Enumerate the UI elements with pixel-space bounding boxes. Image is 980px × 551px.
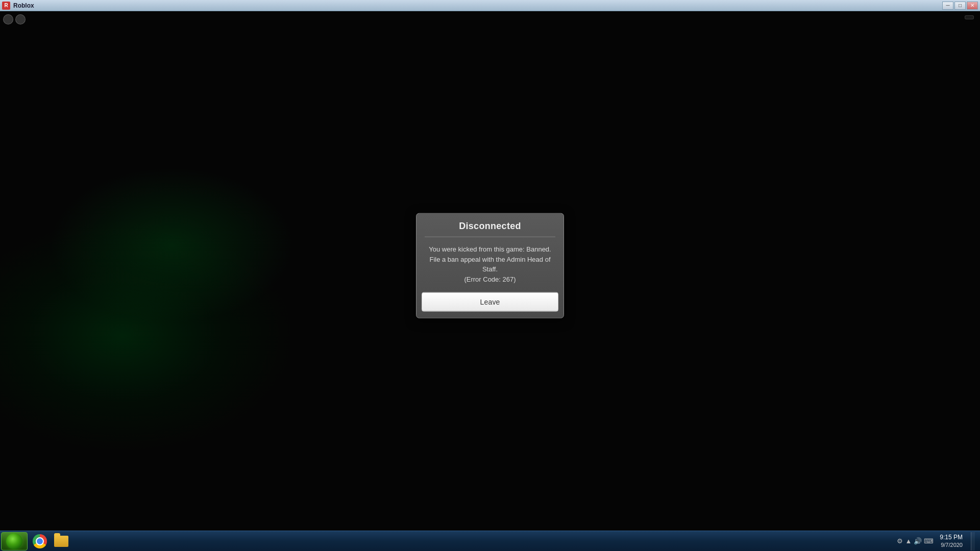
- maximize-button[interactable]: □: [954, 2, 966, 10]
- app-icon: R: [2, 2, 10, 10]
- game-hud-icons: [3, 14, 26, 24]
- taskbar: ⚙ ▲ 🔊 ⌨ 9:15 PM 9/7/2020: [0, 531, 980, 551]
- start-button[interactable]: [1, 532, 28, 550]
- taskbar-right: ⚙ ▲ 🔊 ⌨ 9:15 PM 9/7/2020: [897, 532, 979, 550]
- folder-icon: [54, 536, 68, 547]
- dialog-header: Disconnected: [416, 214, 564, 237]
- taskbar-app-folder[interactable]: [51, 532, 71, 550]
- dialog-footer: Leave: [416, 292, 564, 318]
- show-desktop-button[interactable]: [971, 532, 975, 550]
- chrome-icon: [33, 534, 47, 548]
- minimize-button[interactable]: ─: [942, 2, 953, 10]
- action-center-icon[interactable]: ⚙: [897, 537, 903, 545]
- titlebar-left: R Roblox: [2, 2, 34, 10]
- disconnected-dialog: Disconnected You were kicked from this g…: [416, 213, 564, 318]
- window-title: Roblox: [13, 2, 34, 9]
- titlebar: R Roblox ─ □ ✕: [0, 0, 980, 11]
- volume-icon[interactable]: 🔊: [914, 537, 922, 545]
- hud-icon-1: [3, 14, 13, 24]
- taskbar-apps: [30, 532, 897, 550]
- clock-time: 9:15 PM: [940, 534, 963, 542]
- game-menu-hint: [965, 15, 974, 19]
- hud-icon-2: [15, 14, 26, 24]
- start-orb: [6, 533, 22, 549]
- leave-button[interactable]: Leave: [422, 292, 558, 312]
- game-viewport: Disconnected You were kicked from this g…: [0, 11, 980, 531]
- keyboard-icon[interactable]: ⌨: [924, 537, 934, 545]
- dialog-message: You were kicked from this game: Banned. …: [426, 244, 554, 284]
- system-clock[interactable]: 9:15 PM 9/7/2020: [937, 533, 966, 550]
- dialog-title: Disconnected: [425, 221, 555, 232]
- dialog-body: You were kicked from this game: Banned. …: [416, 237, 564, 292]
- taskbar-app-chrome[interactable]: [30, 532, 50, 550]
- titlebar-buttons: ─ □ ✕: [942, 2, 978, 10]
- close-button[interactable]: ✕: [967, 2, 978, 10]
- network-icon[interactable]: ▲: [905, 537, 912, 545]
- notification-area: ⚙ ▲ 🔊 ⌨: [897, 537, 934, 545]
- game-top-right: [965, 15, 974, 19]
- clock-date: 9/7/2020: [940, 541, 963, 548]
